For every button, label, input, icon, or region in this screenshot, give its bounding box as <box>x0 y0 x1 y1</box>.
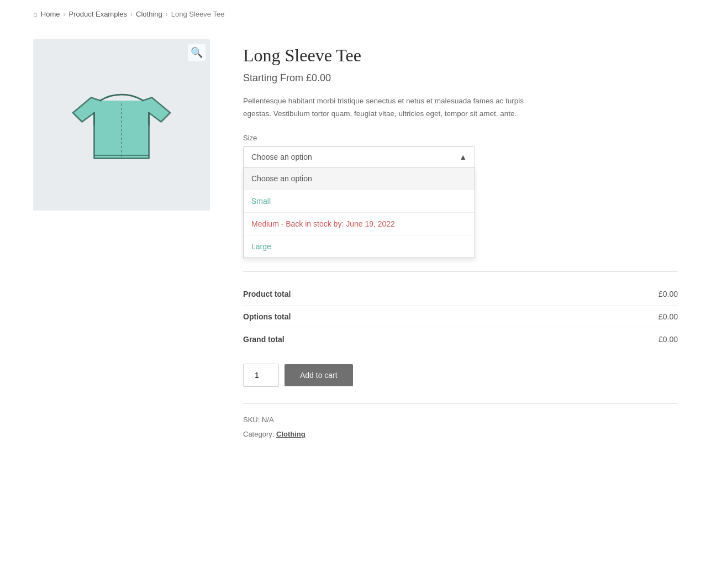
home-icon: ⌂ <box>33 10 38 18</box>
product-image-box <box>33 39 210 211</box>
product-details: Long Sleeve Tee Starting From £0.00 Pell… <box>243 39 678 442</box>
product-total-label: Product total <box>243 290 291 298</box>
add-to-cart-row: Add to cart <box>243 364 678 387</box>
main-content: 🔍 Long Sleeve Tee Starting From £0.00 Pe… <box>0 28 711 475</box>
sku-value: N/A <box>262 416 274 424</box>
total-row-product: Product total £0.00 <box>243 283 678 306</box>
grand-total-value: £0.00 <box>659 335 678 344</box>
size-option-large[interactable]: Large <box>244 235 475 258</box>
category-label: Category: <box>243 430 274 438</box>
product-tee-illustration <box>61 64 182 186</box>
size-label: Size <box>243 134 678 142</box>
breadcrumb-home[interactable]: Home <box>41 10 60 18</box>
size-dropdown-list: Choose an option Small Medium - Back in … <box>243 167 475 258</box>
breadcrumb-clothing[interactable]: Clothing <box>136 10 162 18</box>
totals-section: Product total £0.00 Options total £0.00 … <box>243 271 678 350</box>
product-image-wrapper: 🔍 <box>33 39 210 442</box>
quantity-input[interactable] <box>243 364 279 387</box>
category-row: Category: Clothing <box>243 427 678 442</box>
breadcrumb-sep-3: › <box>166 11 168 18</box>
meta-section: SKU: N/A Category: Clothing <box>243 403 678 442</box>
grand-total-label: Grand total <box>243 335 285 344</box>
breadcrumb-sep-1: › <box>64 11 66 18</box>
breadcrumb-current: Long Sleeve Tee <box>171 10 225 18</box>
breadcrumb: ⌂ Home › Product Examples › Clothing › L… <box>0 0 711 28</box>
options-total-label: Options total <box>243 312 291 321</box>
product-title: Long Sleeve Tee <box>243 45 678 66</box>
breadcrumb-sep-2: › <box>130 11 133 18</box>
category-link[interactable]: Clothing <box>276 430 306 438</box>
size-dropdown-value: Choose an option <box>251 153 312 161</box>
zoom-icon[interactable]: 🔍 <box>188 44 206 61</box>
dropdown-arrow-icon: ▲ <box>459 153 467 161</box>
size-option-placeholder[interactable]: Choose an option <box>244 167 475 190</box>
size-dropdown-display[interactable]: Choose an option ▲ <box>243 146 475 167</box>
breadcrumb-product-examples[interactable]: Product Examples <box>69 10 128 18</box>
product-price: Starting From £0.00 <box>243 72 678 84</box>
product-total-value: £0.00 <box>659 290 678 298</box>
size-option-medium[interactable]: Medium - Back in stock by: June 19, 2022 <box>244 213 475 235</box>
size-dropdown[interactable]: Choose an option ▲ Choose an option Smal… <box>243 146 475 167</box>
options-total-value: £0.00 <box>659 312 678 321</box>
total-row-grand: Grand total £0.00 <box>243 328 678 350</box>
sku-label: SKU: <box>243 416 260 424</box>
add-to-cart-button[interactable]: Add to cart <box>285 364 353 386</box>
total-row-options: Options total £0.00 <box>243 306 678 328</box>
sku-row: SKU: N/A <box>243 413 678 427</box>
size-option-small[interactable]: Small <box>244 190 475 213</box>
product-description: Pellentesque habitant morbi tristique se… <box>243 95 552 120</box>
